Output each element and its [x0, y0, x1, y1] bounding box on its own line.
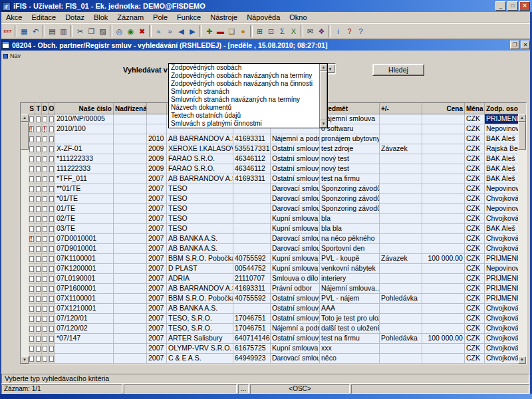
- cell-mena[interactable]: CZK: [465, 204, 485, 214]
- dropdown-scrollbar[interactable]: ▲ ▼: [319, 64, 327, 128]
- cell-partner[interactable]: AB BANKA A.S.: [167, 244, 233, 254]
- cell-s[interactable]: [29, 214, 35, 224]
- cell-nadrizena[interactable]: [114, 134, 147, 144]
- cell-pm[interactable]: [380, 124, 422, 134]
- cell-mena[interactable]: CZK: [465, 154, 485, 164]
- cell-partner[interactable]: AB BARRANDOV A.S.: [167, 134, 233, 144]
- next-record-icon[interactable]: ▶: [187, 25, 198, 37]
- cell-t[interactable]: [35, 344, 42, 354]
- cell-d[interactable]: [42, 134, 49, 144]
- cell-typ[interactable]: Darovací smlouv: [271, 194, 320, 204]
- cell-ico[interactable]: 41693311: [233, 284, 271, 294]
- cell-nase[interactable]: 07K1200001: [55, 264, 114, 274]
- cell-t[interactable]: [35, 164, 42, 174]
- cell-pm[interactable]: [380, 274, 422, 284]
- cell-s[interactable]: !: [29, 234, 35, 244]
- cell-typ[interactable]: Ostatní smlouvy: [271, 314, 320, 324]
- cell-nadrizena[interactable]: [114, 124, 147, 134]
- cell-s[interactable]: [29, 344, 35, 354]
- cell-t[interactable]: [35, 144, 42, 154]
- cell-o[interactable]: [49, 254, 55, 264]
- cell-d[interactable]: [42, 254, 49, 264]
- context-help-icon[interactable]: ?: [355, 25, 366, 37]
- dropdown-option[interactable]: Smluvních stranách: [169, 88, 319, 96]
- cell-o[interactable]: [49, 264, 55, 274]
- cell-zodp[interactable]: BAK Aleš: [485, 134, 518, 144]
- cell-partner[interactable]: BBM S.R.O. Pobočka Prah: [167, 254, 233, 264]
- cell-s[interactable]: [29, 244, 35, 254]
- exit-icon[interactable]: EXIT: [2, 25, 13, 37]
- cell-ico[interactable]: 41693311: [233, 134, 271, 144]
- cell-typ[interactable]: Darovací smlouv: [271, 234, 320, 244]
- cell-rok[interactable]: 2007: [147, 234, 167, 244]
- cell-ico[interactable]: [233, 224, 271, 234]
- cell-nadrizena[interactable]: [114, 154, 147, 164]
- cell-cena[interactable]: [422, 214, 465, 224]
- cell-mena[interactable]: CZK: [465, 274, 485, 284]
- mail-icon[interactable]: ✉: [305, 25, 316, 37]
- execute-query-icon[interactable]: ◉: [125, 25, 136, 37]
- cell-o[interactable]: [49, 164, 55, 174]
- cell-zodp[interactable]: BAK Aleš: [485, 154, 518, 164]
- cell-d[interactable]: [42, 164, 49, 174]
- cell-o[interactable]: [49, 174, 55, 184]
- cell-o[interactable]: [49, 114, 55, 124]
- calendar-icon[interactable]: ⊞: [254, 25, 265, 37]
- cell-pm[interactable]: [380, 154, 422, 164]
- cell-cena[interactable]: [422, 164, 465, 174]
- cell-zodp[interactable]: Chvojková: [485, 194, 518, 204]
- cell-pm[interactable]: [380, 174, 422, 184]
- cell-nase[interactable]: [55, 344, 114, 354]
- cell-zodp[interactable]: Nepovinov: [485, 264, 518, 274]
- help-icon[interactable]: ?: [344, 25, 355, 37]
- scroll-down-icon[interactable]: ▼: [320, 120, 327, 128]
- cell-o[interactable]: [49, 124, 55, 134]
- cell-s[interactable]: [29, 154, 35, 164]
- cell-nase[interactable]: 07/120/01: [55, 314, 114, 324]
- cell-t[interactable]: [35, 334, 42, 344]
- dropdown-option[interactable]: Textech ostatních údajů: [169, 112, 319, 120]
- cell-o[interactable]: [49, 184, 55, 194]
- cell-partner[interactable]: TESO, S.R.O.: [167, 324, 233, 334]
- cell-predmet[interactable]: další test o uložení: [320, 324, 380, 334]
- cell-ico[interactable]: 41693311: [233, 174, 271, 184]
- cell-predmet[interactable]: Nájemní smlouva...: [320, 284, 380, 294]
- cell-cena[interactable]: [422, 144, 465, 154]
- cell-mena[interactable]: CZK: [465, 214, 485, 224]
- mdi-restore-button[interactable]: ❐: [510, 41, 519, 49]
- cell-predmet[interactable]: bla bla: [320, 224, 380, 234]
- cell-zodp[interactable]: Nepovinov: [485, 204, 518, 214]
- cell-cena[interactable]: [422, 194, 465, 204]
- cell-nase[interactable]: **01/TE: [55, 184, 114, 194]
- cell-ico[interactable]: 640714146E: [233, 334, 271, 344]
- scroll-down-icon[interactable]: ▼: [21, 356, 29, 364]
- cell-t[interactable]: [35, 324, 42, 334]
- cell-pm[interactable]: [380, 264, 422, 274]
- cell-partner[interactable]: AB BARRANDOV A.S.: [167, 284, 233, 294]
- cell-s[interactable]: [29, 194, 35, 204]
- cell-d[interactable]: [42, 214, 49, 224]
- cell-mena[interactable]: CZK: [465, 164, 485, 174]
- cell-pm[interactable]: [380, 304, 422, 314]
- cell-rok[interactable]: 2007: [147, 294, 167, 304]
- cell-nase[interactable]: 07D0010001: [55, 234, 114, 244]
- cell-o[interactable]: [49, 134, 55, 144]
- cell-predmet[interactable]: xxx: [320, 344, 380, 354]
- cell-partner[interactable]: AB BANKA A.S.: [167, 234, 233, 244]
- cell-partner[interactable]: ARTER Salisbury: [167, 334, 233, 344]
- cell-partner[interactable]: TESO: [167, 204, 233, 214]
- scrollbar-track[interactable]: [518, 150, 526, 356]
- cell-rok[interactable]: 2007: [147, 174, 167, 184]
- cell-d[interactable]: !: [42, 124, 49, 134]
- cell-zodp[interactable]: Chvojková: [485, 314, 518, 324]
- cell-mena[interactable]: CZK: [465, 184, 485, 194]
- cell-predmet[interactable]: venkovní nábytek: [320, 264, 380, 274]
- cell-partner[interactable]: TESO: [167, 184, 233, 194]
- cell-pm[interactable]: [380, 164, 422, 174]
- cell-partner[interactable]: D PLAST: [167, 264, 233, 274]
- cell-cena[interactable]: [422, 224, 465, 234]
- cell-t[interactable]: [35, 214, 42, 224]
- cell-t[interactable]: [35, 284, 42, 294]
- cell-partner[interactable]: FARAO S.R.O.: [167, 154, 233, 164]
- cell-nadrizena[interactable]: [114, 224, 147, 234]
